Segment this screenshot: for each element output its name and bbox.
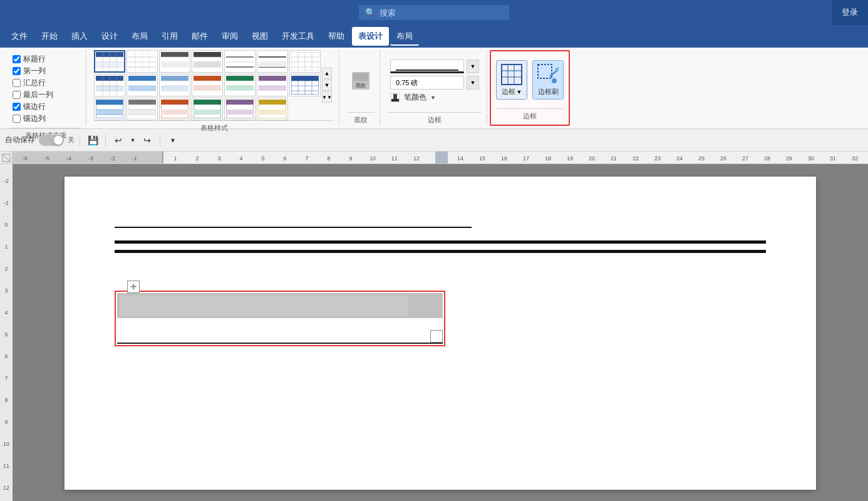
table-style-item-3[interactable]	[159, 50, 190, 73]
table-style-item-13[interactable]	[257, 74, 288, 96]
table-style-item-10[interactable]	[159, 74, 190, 96]
svg-line-114	[3, 154, 10, 162]
checkbox-last-col-input[interactable]	[13, 91, 21, 99]
more-button[interactable]: ▾	[165, 133, 180, 148]
svg-text:24: 24	[676, 155, 683, 162]
doc-table-container[interactable]: ✛	[115, 291, 766, 348]
undo-button[interactable]: ↩	[111, 133, 126, 148]
border-style-dropdown[interactable]: ▼	[467, 59, 479, 73]
svg-text:7: 7	[305, 155, 308, 162]
svg-text:29: 29	[786, 155, 792, 162]
table-style-item-19[interactable]	[224, 98, 256, 120]
table-style-scroll-buttons[interactable]: ▲ ▼ ▼▼	[322, 68, 332, 103]
menu-item-view[interactable]: 视图	[245, 27, 274, 46]
border-brush-button[interactable]: 边框刷	[532, 60, 564, 100]
menu-item-help[interactable]: 帮助	[322, 27, 351, 46]
menu-item-insert[interactable]: 插入	[65, 27, 94, 46]
svg-rect-7	[96, 62, 123, 67]
scroll-up-button[interactable]: ▲	[322, 68, 332, 79]
scroll-expand-button[interactable]: ▼▼	[322, 91, 332, 103]
autosave-toggle[interactable]	[39, 135, 64, 146]
table-style-item-20[interactable]	[257, 98, 288, 120]
border-style-row[interactable]: ▼	[390, 59, 479, 73]
svg-text:9: 9	[4, 419, 8, 425]
border-frame-button[interactable]: 边框 ▼	[496, 60, 527, 100]
table-style-item-7[interactable]	[289, 50, 321, 73]
doc-content[interactable]: ✛	[13, 164, 868, 501]
checkbox-banded-cols-input[interactable]	[13, 115, 21, 123]
menu-item-review[interactable]: 审阅	[215, 27, 244, 46]
table-style-item-17[interactable]	[159, 98, 190, 120]
menu-item-tabledesign[interactable]: 表设计	[352, 27, 389, 46]
menu-item-mail[interactable]: 邮件	[185, 27, 214, 46]
border-width-dropdown[interactable]: ▼	[467, 76, 479, 90]
undo-dropdown[interactable]: ▼	[128, 133, 137, 148]
svg-text:11: 11	[391, 155, 398, 162]
border-width-select[interactable]: 0.75 磅	[390, 76, 464, 90]
table-resize-handle[interactable]	[430, 330, 443, 343]
shading-button[interactable]: 底纹	[347, 68, 375, 95]
table-style-item-2[interactable]	[127, 50, 158, 73]
menu-item-layout[interactable]: 布局	[125, 27, 154, 46]
login-button[interactable]: 登录	[832, 0, 868, 25]
checkbox-last-col[interactable]: 最后一列	[13, 90, 53, 100]
menu-item-home[interactable]: 开始	[35, 27, 64, 46]
ribbon: 标题行 第一列 汇总行 最后一列 镶边行	[0, 48, 868, 129]
table-style-item-12[interactable]	[224, 74, 256, 96]
checkbox-banded-rows[interactable]: 镶边行	[13, 101, 53, 112]
scroll-down-button[interactable]: ▼	[322, 80, 332, 91]
svg-text:20: 20	[589, 155, 595, 162]
doc-page: ✛	[65, 177, 816, 490]
table-style-item-11[interactable]	[192, 74, 223, 96]
table-style-item-18[interactable]	[192, 98, 223, 120]
table-style-item-4[interactable]	[192, 50, 223, 73]
checkbox-title-row-input[interactable]	[13, 55, 21, 63]
menu-item-tablelayout[interactable]: 布局	[390, 27, 419, 46]
redo-button[interactable]: ↪	[140, 133, 155, 148]
svg-text:12: 12	[3, 485, 9, 491]
svg-text:-6: -6	[23, 155, 28, 162]
menu-item-developer[interactable]: 开发工具	[276, 27, 321, 46]
table-style-item-15[interactable]	[94, 98, 125, 120]
svg-text:32: 32	[852, 155, 858, 162]
checkbox-banded-cols[interactable]: 镶边列	[13, 113, 53, 124]
table-style-item-8[interactable]	[94, 74, 125, 96]
pen-color-dropdown-arrow[interactable]: ▼	[430, 95, 436, 101]
checkbox-total-row-label: 汇总行	[23, 78, 46, 88]
checkbox-total-row-input[interactable]	[13, 79, 21, 87]
table-style-item-14[interactable]	[289, 74, 321, 96]
svg-text:31: 31	[830, 155, 836, 162]
svg-rect-19	[161, 62, 189, 67]
border-width-row[interactable]: 0.75 磅 ▼	[390, 76, 479, 90]
ruler-corner-icon	[2, 153, 11, 162]
checkbox-total-row[interactable]: 汇总行	[13, 78, 53, 88]
table-style-item-6[interactable]	[257, 50, 288, 73]
save-button[interactable]: 💾	[85, 133, 100, 148]
table-style-item-1[interactable]	[94, 50, 125, 73]
border-frame-label-row[interactable]: 边框 ▼	[502, 87, 522, 96]
table-move-handle[interactable]: ✛	[127, 281, 140, 293]
pen-color-row[interactable]: 笔颜色 ▼	[390, 92, 479, 103]
table-style-item-5[interactable]	[224, 50, 256, 73]
table-style-item-9[interactable]	[127, 74, 158, 96]
svg-rect-31	[259, 62, 286, 67]
checkbox-banded-rows-input[interactable]	[13, 103, 21, 111]
svg-rect-102	[353, 73, 368, 81]
menu-item-design[interactable]: 设计	[95, 27, 124, 46]
checkbox-first-col-input[interactable]	[13, 67, 21, 75]
table-row-data	[117, 318, 443, 343]
menu-item-file[interactable]: 文件	[5, 27, 34, 46]
svg-text:6: 6	[4, 353, 8, 359]
menu-item-references[interactable]: 引用	[155, 27, 184, 46]
border-frame-dropdown[interactable]: ▼	[517, 89, 522, 95]
border-style-select[interactable]	[390, 59, 464, 73]
search-input[interactable]	[380, 8, 503, 18]
svg-text:3: 3	[217, 155, 220, 162]
table-style-item-16[interactable]	[127, 98, 158, 120]
checkbox-first-col[interactable]: 第一列	[13, 66, 53, 76]
checkbox-title-row[interactable]: 标题行	[13, 54, 53, 65]
search-bar[interactable]: 🔍	[359, 5, 509, 20]
shading-content[interactable]: 底纹	[347, 50, 375, 112]
border-frame-label: 边框	[502, 87, 515, 96]
svg-text:3: 3	[4, 287, 8, 294]
